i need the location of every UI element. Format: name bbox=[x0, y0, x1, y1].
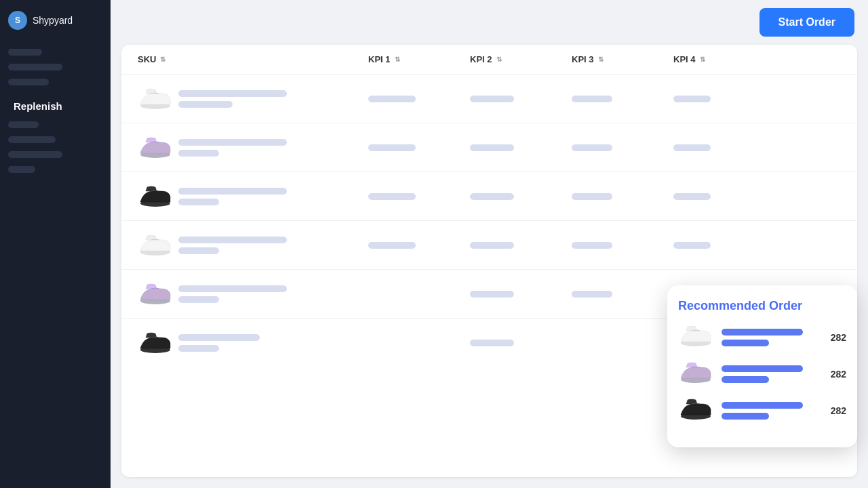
kpi4-cell bbox=[668, 188, 770, 205]
kpi3-cell bbox=[566, 237, 668, 254]
kpi4-cell bbox=[668, 90, 770, 108]
rec-bar-short bbox=[722, 413, 769, 420]
kpi1-skeleton bbox=[368, 96, 416, 102]
sku-bar-long bbox=[178, 285, 287, 292]
sku-cell bbox=[132, 274, 363, 314]
sku-bar-short bbox=[178, 150, 219, 157]
kpi4-cell bbox=[668, 237, 770, 254]
col-kpi4: KPI 4 ⇅ bbox=[668, 45, 770, 74]
logo-icon: S bbox=[8, 11, 27, 30]
rec-shoe-image-0 bbox=[678, 324, 713, 351]
table-row[interactable] bbox=[121, 123, 857, 172]
rec-bar-long bbox=[722, 402, 803, 409]
recommended-order-popup: Recommended Order 282 282 282 bbox=[667, 285, 857, 447]
sort-icon-kpi2[interactable]: ⇅ bbox=[496, 56, 502, 63]
kpi3-cell bbox=[566, 285, 668, 303]
kpi4-skeleton bbox=[673, 96, 711, 102]
kpi3-cell bbox=[566, 139, 668, 157]
kpi1-skeleton bbox=[368, 193, 416, 200]
sku-bar-long bbox=[178, 188, 287, 195]
sidebar-skeleton-2 bbox=[8, 64, 62, 70]
kpi2-skeleton bbox=[470, 193, 514, 200]
kpi2-skeleton bbox=[470, 144, 514, 151]
sku-text-group bbox=[178, 334, 260, 352]
table-row[interactable] bbox=[121, 75, 857, 123]
rec-item-qty: 282 bbox=[831, 332, 846, 343]
rec-order-items: 282 282 282 bbox=[678, 324, 846, 424]
rec-item-text bbox=[722, 402, 823, 420]
rec-item-text bbox=[722, 329, 823, 346]
sidebar-skeleton-1 bbox=[8, 49, 42, 56]
kpi3-skeleton bbox=[572, 193, 612, 200]
sku-text-group bbox=[178, 188, 287, 205]
col-sku: SKU ⇅ bbox=[132, 45, 363, 74]
kpi4-skeleton bbox=[673, 242, 711, 249]
sort-icon-kpi1[interactable]: ⇅ bbox=[395, 56, 400, 63]
kpi4-cell bbox=[668, 139, 770, 157]
sku-cell bbox=[132, 79, 363, 119]
rec-order-item: 282 bbox=[678, 324, 846, 351]
sort-icon-kpi4[interactable]: ⇅ bbox=[700, 56, 705, 63]
sort-icon-sku[interactable]: ⇅ bbox=[160, 56, 165, 63]
sidebar-skeleton-3 bbox=[8, 79, 49, 85]
table-row[interactable] bbox=[121, 172, 857, 221]
sku-bar-long bbox=[178, 90, 287, 97]
kpi2-skeleton bbox=[470, 96, 514, 102]
kpi1-skeleton bbox=[368, 242, 416, 249]
sku-bar-short bbox=[178, 199, 219, 205]
shoe-image-0 bbox=[138, 87, 170, 111]
sku-bar-short bbox=[178, 247, 219, 254]
sku-text-group bbox=[178, 139, 287, 157]
kpi1-skeleton bbox=[368, 144, 416, 151]
rec-order-item: 282 bbox=[678, 361, 846, 388]
sku-cell bbox=[132, 176, 363, 217]
kpi3-skeleton bbox=[572, 96, 612, 102]
shoe-image-1 bbox=[138, 136, 170, 160]
kpi1-cell bbox=[363, 188, 465, 205]
table-row[interactable] bbox=[121, 221, 857, 270]
rec-bar-long bbox=[722, 329, 803, 336]
kpi2-cell bbox=[465, 188, 566, 205]
kpi2-cell bbox=[465, 334, 566, 352]
main-content: Start Order SKU ⇅ KPI 1 ⇅ KPI 2 ⇅ KPI 3 … bbox=[111, 0, 868, 488]
kpi2-cell bbox=[465, 90, 566, 108]
sku-bar-long bbox=[178, 139, 287, 146]
sku-text-group bbox=[178, 237, 287, 254]
kpi3-cell bbox=[566, 188, 668, 205]
kpi3-cell bbox=[566, 90, 668, 108]
sidebar-item-replenish[interactable]: Replenish bbox=[8, 94, 102, 119]
start-order-button[interactable]: Start Order bbox=[760, 8, 854, 37]
rec-item-qty: 282 bbox=[831, 405, 846, 416]
sort-icon-kpi3[interactable]: ⇅ bbox=[598, 56, 604, 63]
sku-cell bbox=[132, 225, 363, 266]
kpi1-cell bbox=[363, 139, 465, 157]
shoe-image-4 bbox=[138, 282, 170, 306]
sidebar: S Shypyard Replenish bbox=[0, 0, 111, 488]
kpi3-skeleton bbox=[572, 242, 612, 249]
rec-order-title: Recommended Order bbox=[678, 299, 846, 313]
kpi1-cell bbox=[363, 285, 465, 303]
col-kpi2: KPI 2 ⇅ bbox=[465, 45, 566, 74]
kpi3-skeleton bbox=[572, 291, 612, 298]
kpi2-skeleton bbox=[470, 340, 514, 346]
kpi2-skeleton bbox=[470, 242, 514, 249]
kpi3-skeleton bbox=[572, 144, 612, 151]
rec-item-text bbox=[722, 365, 823, 383]
topbar: Start Order bbox=[111, 0, 868, 45]
kpi2-cell bbox=[465, 139, 566, 157]
sku-bar-short bbox=[178, 296, 219, 303]
rec-shoe-image-2 bbox=[678, 397, 713, 424]
shoe-image-5 bbox=[138, 331, 170, 355]
sku-bar-long bbox=[178, 334, 260, 341]
kpi4-skeleton bbox=[673, 144, 711, 151]
sidebar-skeleton-7 bbox=[8, 166, 35, 173]
sidebar-skeleton-4 bbox=[8, 121, 39, 128]
sku-cell bbox=[132, 323, 363, 363]
table-header: SKU ⇅ KPI 1 ⇅ KPI 2 ⇅ KPI 3 ⇅ KPI 4 ⇅ bbox=[121, 45, 857, 75]
kpi1-cell bbox=[363, 237, 465, 254]
kpi3-cell bbox=[566, 334, 668, 352]
logo: S Shypyard bbox=[8, 11, 102, 30]
sku-bar-short bbox=[178, 345, 219, 352]
kpi4-skeleton bbox=[673, 193, 711, 200]
rec-order-item: 282 bbox=[678, 397, 846, 424]
